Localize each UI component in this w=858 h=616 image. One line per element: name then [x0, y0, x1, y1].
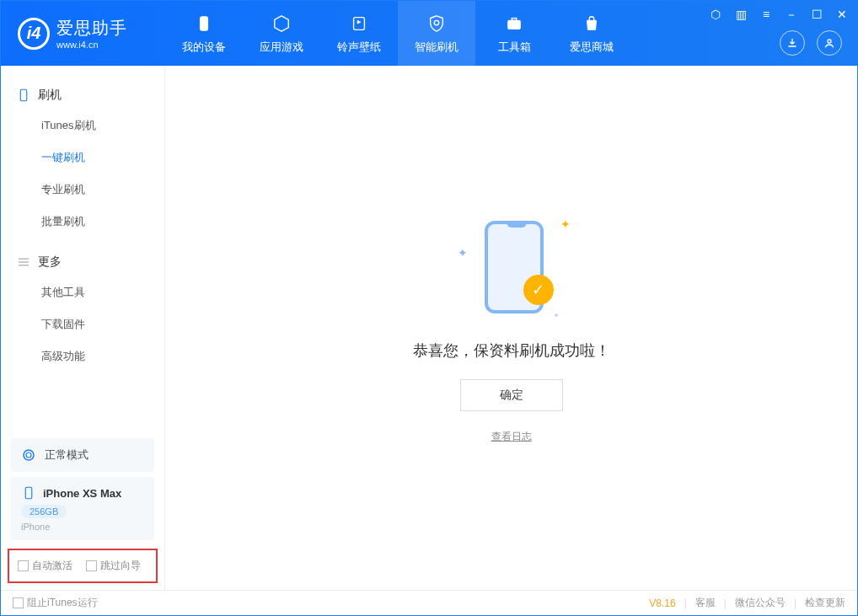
checkbox-label: 跳过向导	[100, 560, 141, 571]
header-actions	[780, 30, 842, 56]
phone-small-icon	[21, 485, 36, 501]
bag-icon	[581, 13, 603, 35]
sidebar-item-pro-flash[interactable]: 专业刷机	[1, 174, 164, 206]
svg-point-5	[828, 40, 831, 43]
shirt-icon[interactable]: ⬡	[709, 8, 722, 23]
app-url: www.i4.cn	[56, 40, 127, 50]
sidebar-item-advanced[interactable]: 高级功能	[1, 340, 164, 372]
minimize-button[interactable]: －	[785, 8, 798, 23]
device-card[interactable]: iPhone XS Max 256GB iPhone	[11, 477, 154, 540]
check-update-link[interactable]: 检查更新	[805, 596, 845, 610]
sidebar-group-flash: 刷机	[1, 81, 164, 110]
wechat-link[interactable]: 微信公众号	[735, 596, 786, 610]
sidebar-item-oneclick-flash[interactable]: 一键刷机	[1, 142, 164, 174]
logo-icon: i4	[18, 18, 50, 50]
options-row: 自动激活 跳过向导	[8, 549, 158, 583]
device-name-label: iPhone XS Max	[43, 487, 121, 500]
check-icon: ✓	[523, 275, 554, 305]
device-type: iPhone	[21, 522, 144, 532]
lock-icon[interactable]: ▥	[734, 8, 748, 23]
nav-label: 智能刷机	[415, 40, 458, 55]
sidebar-item-itunes-flash[interactable]: iTunes刷机	[1, 110, 164, 142]
svg-rect-0	[200, 16, 207, 30]
music-icon	[348, 13, 370, 35]
user-button[interactable]	[817, 30, 842, 56]
nav-label: 应用游戏	[260, 40, 303, 55]
main-content: ✦ ✦ • ✓ 恭喜您，保资料刷机成功啦！ 确定 查看日志	[165, 66, 857, 590]
device-icon	[16, 88, 31, 103]
sidebar-item-download-fw[interactable]: 下载固件	[1, 308, 164, 340]
svg-rect-1	[354, 17, 365, 29]
svg-rect-4	[512, 18, 517, 20]
nav-my-device[interactable]: 我的设备	[165, 1, 243, 66]
storage-badge: 256GB	[21, 505, 67, 518]
sidebar: 刷机 iTunes刷机 一键刷机 专业刷机 批量刷机 更多 其他工具 下载固件 …	[1, 66, 165, 590]
nav-label: 工具箱	[498, 40, 531, 55]
mode-label: 正常模式	[45, 447, 88, 463]
svg-point-7	[24, 450, 34, 460]
sidebar-item-other-tools[interactable]: 其他工具	[1, 276, 164, 308]
app-title: 爱思助手	[56, 17, 127, 40]
nav-label: 爱思商城	[570, 40, 614, 55]
footer: 阻止iTunes运行 V8.16 | 客服 | 微信公众号 | 检查更新	[1, 590, 857, 615]
download-button[interactable]	[780, 30, 805, 56]
main-nav: 我的设备 应用游戏 铃声壁纸 智能刷机 工具箱 爱思商城	[165, 1, 630, 66]
close-button[interactable]: ✕	[835, 8, 849, 23]
checkbox-label: 阻止iTunes运行	[27, 597, 98, 608]
nav-ringtones[interactable]: 铃声壁纸	[320, 1, 398, 66]
nav-flash[interactable]: 智能刷机	[398, 1, 475, 66]
phone-icon	[193, 13, 215, 35]
nav-toolbox[interactable]: 工具箱	[475, 1, 553, 66]
nav-label: 铃声壁纸	[337, 40, 381, 55]
svg-rect-6	[20, 89, 27, 101]
maximize-button[interactable]: ☐	[810, 8, 823, 23]
success-illustration: ✦ ✦ • ✓	[453, 212, 571, 322]
nav-label: 我的设备	[182, 40, 226, 55]
mode-card[interactable]: 正常模式	[11, 438, 154, 472]
menu-icon[interactable]: ≡	[759, 8, 773, 23]
block-itunes-checkbox[interactable]: 阻止iTunes运行	[13, 596, 98, 610]
list-icon	[16, 254, 31, 270]
sync-icon	[21, 447, 36, 463]
checkbox-label: 自动激活	[32, 560, 72, 571]
support-link[interactable]: 客服	[695, 596, 716, 610]
svg-rect-3	[508, 20, 521, 29]
window-controls: ⬡ ▥ ≡ － ☐ ✕	[709, 8, 849, 23]
nav-apps[interactable]: 应用游戏	[243, 1, 320, 66]
success-message: 恭喜您，保资料刷机成功啦！	[413, 340, 610, 361]
view-log-link[interactable]: 查看日志	[491, 430, 532, 444]
svg-point-2	[434, 20, 439, 24]
auto-activate-checkbox[interactable]: 自动激活	[18, 559, 72, 573]
app-header: i4 爱思助手 www.i4.cn 我的设备 应用游戏 铃声壁纸 智能刷机 工具…	[1, 1, 857, 66]
toolbox-icon	[503, 13, 525, 35]
ok-button[interactable]: 确定	[460, 379, 563, 411]
sidebar-item-batch-flash[interactable]: 批量刷机	[1, 206, 164, 238]
svg-rect-8	[25, 487, 32, 499]
shield-icon	[426, 13, 448, 35]
nav-store[interactable]: 爱思商城	[553, 1, 630, 66]
skip-guide-checkbox[interactable]: 跳过向导	[86, 559, 141, 573]
version-label: V8.16	[649, 597, 675, 609]
sidebar-group-more: 更多	[1, 248, 164, 276]
logo: i4 爱思助手 www.i4.cn	[1, 17, 165, 50]
cube-icon	[271, 13, 292, 35]
group-label: 更多	[38, 254, 62, 270]
group-label: 刷机	[38, 88, 62, 103]
